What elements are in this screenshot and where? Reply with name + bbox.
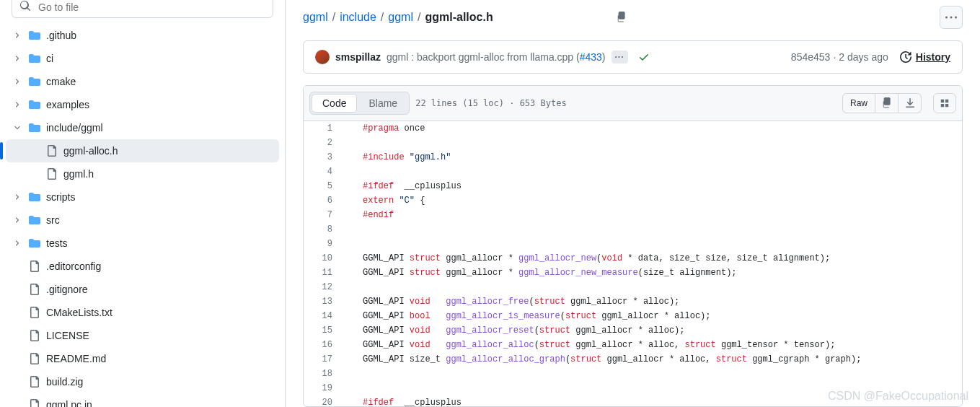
commit-author[interactable]: smspillaz — [335, 51, 381, 63]
line-content[interactable]: #ifdef __cplusplus — [347, 179, 462, 193]
tree-folder-scripts[interactable]: scripts — [6, 185, 279, 209]
line-number[interactable]: 12 — [304, 280, 347, 294]
code-line[interactable]: 12 — [304, 280, 962, 294]
download-raw-button[interactable] — [899, 93, 922, 113]
line-content[interactable] — [347, 237, 363, 251]
line-number[interactable]: 1 — [304, 121, 347, 136]
line-content[interactable]: #endif — [347, 208, 394, 222]
line-number[interactable]: 2 — [304, 136, 347, 150]
tree-folder-cmake[interactable]: cmake — [6, 70, 279, 93]
line-number[interactable]: 8 — [304, 222, 347, 237]
line-number[interactable]: 9 — [304, 237, 347, 251]
file-search[interactable] — [12, 0, 273, 18]
line-number[interactable]: 10 — [304, 251, 347, 266]
blame-tab[interactable]: Blame — [358, 94, 407, 113]
chevron-right-icon[interactable] — [12, 31, 23, 40]
line-number[interactable]: 6 — [304, 193, 347, 208]
tree-folder-tests[interactable]: tests — [6, 232, 279, 255]
line-content[interactable] — [347, 367, 363, 381]
code-line[interactable]: 1#pragma once — [304, 121, 962, 136]
line-number[interactable]: 7 — [304, 208, 347, 222]
line-content[interactable] — [347, 280, 363, 294]
copy-path-button[interactable] — [612, 7, 632, 27]
line-content[interactable]: #pragma once — [347, 121, 425, 136]
pr-link[interactable]: #433 — [580, 51, 602, 63]
line-content[interactable]: GGML_API void ggml_allocr_alloc(struct g… — [347, 338, 835, 352]
code-line[interactable]: 2 — [304, 136, 962, 150]
chevron-right-icon[interactable] — [12, 193, 23, 201]
chevron-right-icon[interactable] — [12, 216, 23, 224]
code-line[interactable]: 17GGML_API size_t ggml_allocr_alloc_grap… — [304, 352, 962, 367]
tree-file-ggml-alloc.h[interactable]: ggml-alloc.h — [6, 139, 279, 162]
chevron-right-icon[interactable] — [12, 100, 23, 109]
line-content[interactable]: GGML_API struct ggml_allocr * ggml_alloc… — [347, 251, 830, 266]
code-line[interactable]: 3#include "ggml.h" — [304, 150, 962, 165]
chevron-right-icon[interactable] — [12, 77, 23, 86]
commit-message[interactable]: ggml : backport ggml-alloc from llama.cp… — [387, 51, 605, 63]
line-number[interactable]: 20 — [304, 395, 347, 406]
chevron-down-icon[interactable] — [12, 123, 23, 132]
tree-file-.gitignore[interactable]: .gitignore — [6, 278, 279, 301]
code-line[interactable]: 20#ifdef __cplusplus — [304, 395, 962, 406]
status-check-icon[interactable] — [638, 51, 650, 63]
code-tab[interactable]: Code — [312, 94, 357, 113]
line-number[interactable]: 16 — [304, 338, 347, 352]
line-content[interactable]: GGML_API void ggml_allocr_reset(struct g… — [347, 323, 685, 338]
code-line[interactable]: 4 — [304, 165, 962, 179]
avatar[interactable] — [315, 50, 330, 64]
chevron-right-icon[interactable] — [12, 239, 23, 248]
line-number[interactable]: 11 — [304, 266, 347, 280]
tree-folder-ci[interactable]: ci — [6, 47, 279, 70]
line-content[interactable] — [347, 381, 363, 395]
line-number[interactable]: 4 — [304, 165, 347, 179]
line-content[interactable]: #ifdef __cplusplus — [347, 395, 462, 406]
line-content[interactable] — [347, 136, 363, 150]
line-number[interactable]: 17 — [304, 352, 347, 367]
line-number[interactable]: 14 — [304, 309, 347, 323]
tree-folder-examples[interactable]: examples — [6, 93, 279, 116]
code-line[interactable]: 10GGML_API struct ggml_allocr * ggml_all… — [304, 251, 962, 266]
code-line[interactable]: 5#ifdef __cplusplus — [304, 179, 962, 193]
code-line[interactable]: 9 — [304, 237, 962, 251]
code-line[interactable]: 18 — [304, 367, 962, 381]
code-line[interactable]: 15GGML_API void ggml_allocr_reset(struct… — [304, 323, 962, 338]
file-search-input[interactable] — [37, 1, 265, 14]
tree-file-ggml.h[interactable]: ggml.h — [6, 162, 279, 185]
commit-sha[interactable]: 854e453 — [791, 51, 831, 63]
code-line[interactable]: 6extern "C" { — [304, 193, 962, 208]
copy-raw-button[interactable] — [875, 93, 899, 113]
code-line[interactable]: 19 — [304, 381, 962, 395]
line-number[interactable]: 5 — [304, 179, 347, 193]
line-number[interactable]: 19 — [304, 381, 347, 395]
tree-file-LICENSE[interactable]: LICENSE — [6, 324, 279, 347]
tree-folder-src[interactable]: src — [6, 209, 279, 232]
expand-commit-icon[interactable]: ··· — [612, 51, 628, 64]
code-area[interactable]: 1#pragma once23#include "ggml.h"45#ifdef… — [304, 121, 962, 406]
raw-button[interactable]: Raw — [842, 93, 875, 113]
code-line[interactable]: 14GGML_API bool ggml_allocr_is_measure(s… — [304, 309, 962, 323]
line-content[interactable]: GGML_API bool ggml_allocr_is_measure(str… — [347, 309, 711, 323]
tree-folder-include-ggml[interactable]: include/ggml — [6, 116, 279, 139]
line-number[interactable]: 13 — [304, 294, 347, 309]
breadcrumb-link[interactable]: include — [340, 11, 376, 24]
line-number[interactable]: 3 — [304, 150, 347, 165]
code-line[interactable]: 8 — [304, 222, 962, 237]
tree-file-.editorconfig[interactable]: .editorconfig — [6, 255, 279, 278]
code-line[interactable]: 16GGML_API void ggml_allocr_alloc(struct… — [304, 338, 962, 352]
more-menu-button[interactable] — [940, 6, 963, 29]
line-content[interactable] — [347, 222, 363, 237]
symbols-button[interactable] — [933, 93, 956, 113]
line-content[interactable]: GGML_API void ggml_allocr_free(struct gg… — [347, 294, 679, 309]
line-content[interactable] — [347, 165, 363, 179]
tree-file-README.md[interactable]: README.md — [6, 347, 279, 370]
tree-file-build.zig[interactable]: build.zig — [6, 370, 279, 393]
breadcrumb-link[interactable]: ggml — [303, 11, 328, 24]
breadcrumb-link[interactable]: ggml — [388, 11, 413, 24]
line-content[interactable]: extern "C" { — [347, 193, 425, 208]
tree-file-ggml.pc.in[interactable]: ggml.pc.in — [6, 393, 279, 407]
chevron-right-icon[interactable] — [12, 54, 23, 63]
history-link[interactable]: History — [900, 51, 950, 63]
line-content[interactable]: GGML_API struct ggml_allocr * ggml_alloc… — [347, 266, 737, 280]
code-line[interactable]: 11GGML_API struct ggml_allocr * ggml_all… — [304, 266, 962, 280]
line-content[interactable]: #include "ggml.h" — [347, 150, 451, 165]
